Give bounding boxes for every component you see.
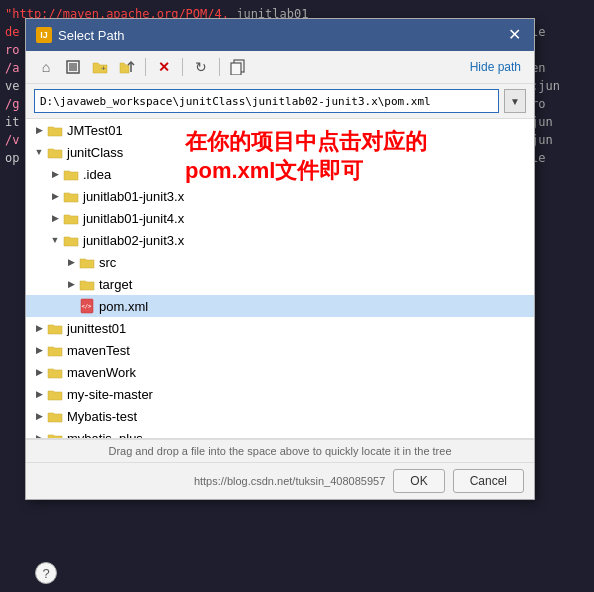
svg-text:</>: </> <box>82 303 93 309</box>
tree-label-junitlab01-junit3x: junitlab01-junit3.x <box>83 189 184 204</box>
folder-icon-junitlab01-junit3x <box>63 190 79 203</box>
tree-label-junitclass: junitClass <box>67 145 123 160</box>
tree-item-mavenwork[interactable]: ▶ mavenWork <box>26 361 534 383</box>
tree-item-my-site-master[interactable]: ▶ my-site-master <box>26 383 534 405</box>
hide-path-button[interactable]: Hide path <box>465 58 526 76</box>
tree-item-junitlab01-junit3x[interactable]: ▶ junitlab01-junit3.x <box>26 185 534 207</box>
tree-item-junitlab01-junit4x[interactable]: ▶ junitlab01-junit4.x <box>26 207 534 229</box>
bg-line-5: ve <box>5 79 19 93</box>
statusbar-text: Drag and drop a file into the space abov… <box>108 445 451 457</box>
bg-line-9: op <box>5 151 19 165</box>
svg-text:+: + <box>101 64 106 73</box>
tree-item-pomxml[interactable]: ▶ </> pom.xml <box>26 295 534 317</box>
tree-item-maventest[interactable]: ▶ mavenTest <box>26 339 534 361</box>
folder-icon-maventest <box>47 344 63 357</box>
tree-label-idea: .idea <box>83 167 111 182</box>
dialog-footer: https://blog.csdn.net/tuksin_408085957 O… <box>26 462 534 499</box>
delete-button[interactable]: ✕ <box>152 56 176 78</box>
folder-icon-mavenwork <box>47 366 63 379</box>
dialog-title-left: IJ Select Path <box>36 27 125 43</box>
folder-icon-idea <box>63 168 79 181</box>
path-input[interactable] <box>34 89 499 113</box>
bg-line-2: de <box>5 25 19 39</box>
tree-item-target[interactable]: ▶ target <box>26 273 534 295</box>
close-button[interactable]: ✕ <box>504 25 524 45</box>
tree-label-jmtest01: JMTest01 <box>67 123 123 138</box>
tree-label-target: target <box>99 277 132 292</box>
module-root-button[interactable] <box>61 56 85 78</box>
dialog-title-text: Select Path <box>58 28 125 43</box>
tree-item-junitclass[interactable]: ▼ junitClass <box>26 141 534 163</box>
folder-icon-target <box>79 278 95 291</box>
bg-line-8: /v <box>5 133 19 147</box>
folder-icon-junitclass <box>47 146 63 159</box>
scroll-from-source-button[interactable] <box>115 56 139 78</box>
tree-label-maventest: mavenTest <box>67 343 130 358</box>
copy-button[interactable] <box>226 56 250 78</box>
toolbar-separator-3 <box>219 58 220 76</box>
footer-link[interactable]: https://blog.csdn.net/tuksin_408085957 <box>194 475 385 487</box>
home-button[interactable]: ⌂ <box>34 56 58 78</box>
tree-item-jmtest01[interactable]: ▶ JMTest01 <box>26 119 534 141</box>
file-tree[interactable]: ▶ JMTest01 ▼ junitClass ▶ .idea <box>26 119 534 439</box>
bg-line-3: ro <box>5 43 19 57</box>
dialog-toolbar: ⌂ + ✕ ↻ <box>26 51 534 84</box>
folder-icon-junitlab02-junit3x <box>63 234 79 247</box>
tree-label-junittest01: junittest01 <box>67 321 126 336</box>
tree-arrow-maventest: ▶ <box>31 342 47 358</box>
tree-arrow-target: ▶ <box>63 276 79 292</box>
bg-line-4: /a <box>5 61 19 75</box>
cancel-button[interactable]: Cancel <box>453 469 524 493</box>
folder-icon-junitlab01-junit4x <box>63 212 79 225</box>
folder-icon-mybatis-test <box>47 410 63 423</box>
ok-button[interactable]: OK <box>393 469 444 493</box>
tree-item-junittest01[interactable]: ▶ junittest01 <box>26 317 534 339</box>
folder-icon-junittest01 <box>47 322 63 335</box>
tree-arrow-junittest01: ▶ <box>31 320 47 336</box>
select-path-dialog: IJ Select Path ✕ ⌂ + ✕ <box>25 18 535 500</box>
tree-label-src: src <box>99 255 116 270</box>
intellij-icon: IJ <box>36 27 52 43</box>
tree-label-pomxml: pom.xml <box>99 299 148 314</box>
tree-arrow-mybatis-test: ▶ <box>31 408 47 424</box>
tree-arrow-my-site-master: ▶ <box>31 386 47 402</box>
path-area: ▼ <box>26 84 534 119</box>
tree-arrow-junitlab01-junit3x: ▶ <box>47 188 63 204</box>
tree-arrow-jmtest01: ▶ <box>31 122 47 138</box>
path-dropdown-button[interactable]: ▼ <box>504 89 526 113</box>
tree-arrow-idea: ▶ <box>47 166 63 182</box>
bg-line-7: it <box>5 115 19 129</box>
tree-label-mybatis-plus: mybatis_plus <box>67 431 143 440</box>
dialog-titlebar: IJ Select Path ✕ <box>26 19 534 51</box>
folder-icon-my-site-master <box>47 388 63 401</box>
tree-arrow-src: ▶ <box>63 254 79 270</box>
refresh-button[interactable]: ↻ <box>189 56 213 78</box>
tree-item-junitlab02-junit3x[interactable]: ▼ junitlab02-junit3.x <box>26 229 534 251</box>
xml-file-icon: </> <box>79 298 95 314</box>
tree-label-junitlab01-junit4x: junitlab01-junit4.x <box>83 211 184 226</box>
tree-label-mybatis-test: Mybatis-test <box>67 409 137 424</box>
folder-icon-mybatis-plus <box>47 432 63 440</box>
tree-arrow-junitlab01-junit4x: ▶ <box>47 210 63 226</box>
tree-label-mavenwork: mavenWork <box>67 365 136 380</box>
tree-item-idea[interactable]: ▶ .idea <box>26 163 534 185</box>
tree-arrow-junitlab02-junit3x: ▼ <box>47 232 63 248</box>
tree-arrow-junitclass: ▼ <box>31 144 47 160</box>
tree-label-my-site-master: my-site-master <box>67 387 153 402</box>
tree-arrow-mybatis-plus: ▶ <box>31 430 47 439</box>
svg-rect-1 <box>69 63 77 71</box>
tree-item-mybatis-test[interactable]: ▶ Mybatis-test <box>26 405 534 427</box>
toolbar-separator-1 <box>145 58 146 76</box>
tree-item-src[interactable]: ▶ src <box>26 251 534 273</box>
help-button[interactable]: ? <box>35 562 57 584</box>
svg-rect-5 <box>231 63 241 75</box>
tree-label-junitlab02-junit3x: junitlab02-junit3.x <box>83 233 184 248</box>
toolbar-separator-2 <box>182 58 183 76</box>
dialog-statusbar: Drag and drop a file into the space abov… <box>26 439 534 462</box>
new-folder-button[interactable]: + <box>88 56 112 78</box>
folder-icon-src <box>79 256 95 269</box>
bg-line-6: /g <box>5 97 19 111</box>
folder-icon-jmtest01 <box>47 124 63 137</box>
tree-arrow-mavenwork: ▶ <box>31 364 47 380</box>
tree-item-mybatis-plus[interactable]: ▶ mybatis_plus <box>26 427 534 439</box>
